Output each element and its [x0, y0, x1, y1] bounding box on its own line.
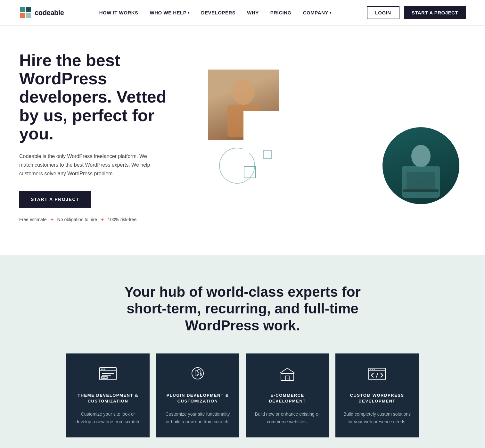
login-button[interactable]: LOGIN [367, 6, 399, 19]
svg-rect-24 [369, 368, 385, 380]
custom-wp-icon [367, 366, 387, 384]
start-project-button-hero[interactable]: START A PROJECT [19, 191, 91, 208]
card-plugin-desc: Customize your site functionality or bui… [164, 411, 232, 426]
card-plugin-dev: PLUGIN DEVELOPMENT & CUSTOMIZATION Custo… [156, 353, 239, 437]
svg-point-28 [374, 369, 375, 370]
nav-company[interactable]: COMPANY ▾ [303, 10, 332, 15]
hero-content: Hire the best WordPress developers. Vett… [19, 51, 173, 223]
svg-rect-25 [369, 368, 385, 371]
nav-who-we-help[interactable]: WHO WE HELP ▾ [150, 10, 190, 15]
svg-rect-12 [263, 150, 272, 159]
svg-rect-8 [407, 172, 435, 190]
card-ecommerce-desc: Build new or enhance existing e-commerce… [253, 411, 321, 426]
svg-rect-22 [285, 376, 289, 380]
badge-free-estimate: Free estimate [19, 217, 47, 222]
svg-rect-2 [20, 13, 25, 18]
hero-section: Hire the best WordPress developers. Vett… [0, 26, 485, 255]
badge-risk-free: 100% risk-free [108, 217, 136, 222]
hero-badges: Free estimate ✦ No obligation to hire ✦ … [19, 217, 173, 223]
svg-point-23 [288, 377, 289, 378]
chevron-down-icon: ▾ [188, 11, 190, 14]
services-grid: THEME DEVELOPMENT & CUSTOMIZATION Custom… [66, 353, 419, 437]
hub-section: Your hub of world-class experts for shor… [0, 255, 485, 448]
card-custom-desc: Build completely custom solutions for yo… [343, 411, 411, 426]
chevron-down-icon: ▾ [330, 11, 332, 14]
card-custom-wp: CUSTOM WORDPRESS DEVELOPMENT Build compl… [335, 353, 419, 437]
hero-visual [192, 70, 466, 204]
svg-point-6 [411, 145, 431, 167]
logo[interactable]: codeable [19, 6, 64, 19]
card-theme-desc: Customize your site look or develop a ne… [74, 411, 142, 426]
hero-image-woman [382, 127, 459, 204]
card-theme-dev: THEME DEVELOPMENT & CUSTOMIZATION Custom… [66, 353, 150, 437]
logo-text: codeable [35, 9, 64, 17]
svg-rect-21 [281, 373, 294, 380]
svg-point-20 [192, 368, 203, 379]
card-plugin-title: PLUGIN DEVELOPMENT & CUSTOMIZATION [164, 393, 232, 404]
svg-rect-9 [403, 189, 439, 192]
ecommerce-icon [278, 366, 297, 384]
svg-point-26 [370, 369, 371, 370]
nav-developers[interactable]: DEVELOPERS [201, 10, 236, 15]
nav-how-it-works[interactable]: HOW IT WORKS [99, 10, 138, 15]
card-ecommerce: E-COMMERCE DEVELOPMENT Build new or enha… [246, 353, 329, 437]
start-project-button-nav[interactable]: START A PROJECT [404, 6, 466, 19]
badge-no-obligation: No obligation to hire [57, 217, 97, 222]
badge-dot-1: ✦ [50, 217, 54, 223]
svg-point-27 [372, 369, 373, 370]
hero-white-overlay [243, 111, 285, 153]
hero-title: Hire the best WordPress developers. Vett… [19, 51, 173, 143]
svg-rect-0 [20, 7, 25, 12]
svg-rect-15 [101, 369, 103, 370]
card-custom-title: CUSTOM WORDPRESS DEVELOPMENT [343, 393, 411, 404]
hero-description: Codeable is the only WordPress freelance… [19, 152, 154, 178]
nav-pricing[interactable]: PRICING [270, 10, 292, 15]
card-theme-title: THEME DEVELOPMENT & CUSTOMIZATION [74, 393, 142, 404]
svg-rect-3 [26, 13, 31, 18]
nav-links: HOW IT WORKS WHO WE HELP ▾ DEVELOPERS WH… [99, 10, 332, 15]
plugin-icon [188, 366, 207, 384]
nav-actions: LOGIN START A PROJECT [367, 6, 466, 19]
svg-point-4 [232, 79, 255, 105]
svg-rect-11 [244, 166, 256, 178]
badge-dot-2: ✦ [100, 217, 104, 223]
svg-rect-19 [102, 377, 107, 378]
card-ecommerce-title: E-COMMERCE DEVELOPMENT [253, 393, 321, 404]
svg-rect-1 [26, 7, 31, 12]
svg-rect-16 [103, 369, 105, 370]
nav-why[interactable]: WHY [247, 10, 259, 15]
hub-title: Your hub of world-class experts for shor… [124, 284, 361, 334]
svg-line-29 [376, 373, 378, 378]
navbar: codeable HOW IT WORKS WHO WE HELP ▾ DEVE… [0, 0, 485, 26]
theme-icon [98, 366, 118, 384]
